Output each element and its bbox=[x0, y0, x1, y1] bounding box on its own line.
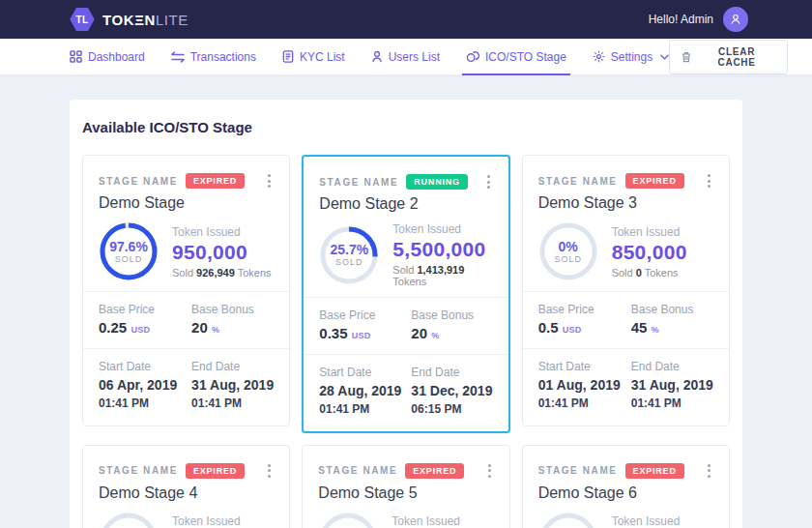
end-date-label: End Date bbox=[631, 360, 713, 373]
stages-panel: Available ICO/STO Stage STAGE NAME EXPIR… bbox=[70, 100, 742, 528]
tokens-word: Tokens bbox=[645, 267, 679, 279]
stage-card[interactable]: STAGE NAME EXPIRED Demo Stage 97.6% SOLD… bbox=[82, 155, 290, 426]
start-date-value: 06 Apr, 2019 01:41 PM bbox=[99, 376, 186, 412]
base-price-value: 0.25 USD bbox=[99, 319, 186, 336]
nav-item-users-list[interactable]: Users List bbox=[371, 39, 440, 74]
card-menu-button[interactable] bbox=[265, 461, 274, 481]
token-issued-label: Token Issued bbox=[172, 225, 272, 239]
page-content: Available ICO/STO Stage STAGE NAME EXPIR… bbox=[0, 75, 812, 528]
sold-percent: 97.6% bbox=[109, 239, 148, 254]
card-menu-button[interactable] bbox=[485, 461, 494, 481]
bonus-unit: % bbox=[212, 325, 219, 335]
sold-progress-ring: 0% SOLD bbox=[538, 512, 598, 528]
nav-item-ico-sto-stage[interactable]: ICO/STO Stage bbox=[466, 39, 566, 74]
base-price-value: 0.35 USD bbox=[319, 325, 405, 341]
stage-title: Demo Stage 3 bbox=[538, 194, 713, 212]
stage-card[interactable]: STAGE NAME EXPIRED Demo Stage 5 0% SOLD … bbox=[302, 445, 509, 528]
price-unit: USD bbox=[130, 325, 150, 335]
token-issued-label: Token Issued bbox=[392, 514, 467, 528]
nav-item-label: Settings bbox=[611, 50, 652, 64]
brand-wordmark-light: LITE bbox=[156, 12, 188, 28]
end-time-value: 01:41 PM bbox=[631, 396, 682, 410]
stage-title: Demo Stage 5 bbox=[318, 484, 493, 502]
card-menu-button[interactable] bbox=[705, 171, 713, 191]
stage-title: Demo Stage 4 bbox=[99, 484, 274, 502]
base-price-label: Base Price bbox=[319, 308, 405, 322]
brand-logo[interactable]: TL TOKΞNLITE bbox=[70, 7, 188, 32]
nav-item-label: ICO/STO Stage bbox=[485, 50, 566, 64]
tokens-word: Tokens bbox=[238, 267, 272, 279]
end-date-value: 31 Aug, 2019 01:41 PM bbox=[631, 376, 713, 412]
stage-cards-grid: STAGE NAME EXPIRED Demo Stage 97.6% SOLD… bbox=[82, 155, 730, 528]
sold-caption: SOLD bbox=[554, 254, 582, 264]
end-date-label: End Date bbox=[191, 360, 274, 373]
end-date-value: 31 Dec, 2019 06:15 PM bbox=[411, 382, 492, 418]
end-date-value: 31 Aug, 2019 01:41 PM bbox=[191, 376, 274, 412]
token-issued-amount: 5,500,000 bbox=[392, 238, 492, 261]
nav-item-label: Transactions bbox=[190, 50, 256, 64]
sold-caption: SOLD bbox=[335, 257, 363, 267]
stage-name-label: STAGE NAME bbox=[319, 177, 398, 188]
nav-item-label: KYC List bbox=[300, 50, 345, 64]
stage-name-label: STAGE NAME bbox=[99, 465, 178, 476]
nav-item-dashboard[interactable]: Dashboard bbox=[70, 39, 145, 74]
token-issued-label: Token Issued bbox=[612, 514, 687, 528]
stage-status-badge: EXPIRED bbox=[625, 173, 684, 189]
sold-word: Sold bbox=[172, 267, 193, 279]
sold-percent: 25.7% bbox=[330, 242, 368, 257]
base-bonus-value: 45 % bbox=[631, 319, 713, 336]
stage-status-badge: EXPIRED bbox=[186, 173, 245, 189]
sold-progress-ring: 97.6% SOLD bbox=[99, 221, 159, 281]
app-header: TL TOKΞNLITE Hello! Admin bbox=[0, 0, 812, 39]
base-price-value: 0.5 USD bbox=[538, 319, 625, 336]
list-icon bbox=[282, 50, 294, 63]
brand-logo-icon: TL bbox=[70, 7, 95, 32]
sold-amount: 926,949 bbox=[196, 267, 235, 279]
greeting-text: Hello! Admin bbox=[649, 13, 713, 26]
sold-progress-ring: 25.7% SOLD bbox=[319, 225, 379, 285]
stage-card[interactable]: STAGE NAME EXPIRED Demo Stage 3 0% SOLD … bbox=[522, 155, 730, 426]
page-title: Available ICO/STO Stage bbox=[82, 119, 730, 135]
grid-icon bbox=[70, 50, 82, 63]
stage-name-label: STAGE NAME bbox=[538, 176, 618, 187]
stage-status-badge: RUNNING bbox=[406, 174, 468, 190]
nav-item-settings[interactable]: Settings bbox=[593, 39, 669, 74]
bonus-unit: % bbox=[652, 325, 659, 335]
sold-progress-ring: 0% SOLD bbox=[318, 512, 378, 528]
stage-status-badge: EXPIRED bbox=[186, 463, 245, 479]
stage-card[interactable]: STAGE NAME RUNNING Demo Stage 2 25.7% SO… bbox=[302, 155, 509, 433]
end-time-value: 01:41 PM bbox=[191, 396, 242, 410]
sold-tokens-line: Sold 1,413,919 Tokens bbox=[392, 264, 492, 287]
stage-card[interactable]: STAGE NAME EXPIRED Demo Stage 6 0% SOLD … bbox=[522, 445, 730, 528]
brand-wordmark-bold: TOKΞN bbox=[102, 12, 156, 28]
sold-word: Sold bbox=[612, 267, 633, 279]
user-icon bbox=[729, 13, 742, 26]
token-issued-label: Token Issued bbox=[612, 225, 687, 239]
base-bonus-label: Base Bonus bbox=[411, 308, 492, 322]
nav-list: DashboardTransactionsKYC ListUsers ListI… bbox=[70, 39, 669, 74]
sold-percent: 0% bbox=[559, 239, 578, 254]
bonus-unit: % bbox=[431, 331, 439, 340]
stage-name-label: STAGE NAME bbox=[99, 176, 178, 187]
stage-card[interactable]: STAGE NAME EXPIRED Demo Stage 4 0% SOLD … bbox=[82, 445, 290, 528]
price-unit: USD bbox=[563, 325, 582, 335]
nav-item-transactions[interactable]: Transactions bbox=[171, 39, 256, 74]
tokens-word: Tokens bbox=[392, 276, 426, 287]
start-date-value: 28 Aug, 2019 01:41 PM bbox=[319, 382, 405, 418]
stage-name-label: STAGE NAME bbox=[538, 465, 618, 476]
base-bonus-value: 20 % bbox=[411, 325, 492, 341]
users-icon bbox=[371, 50, 383, 63]
sold-amount: 1,413,919 bbox=[417, 264, 464, 276]
clear-cache-button[interactable]: CLEAR CACHE bbox=[669, 40, 788, 74]
end-time-value: 06:15 PM bbox=[411, 402, 461, 416]
token-issued-amount: 850,000 bbox=[612, 241, 687, 264]
end-date-label: End Date bbox=[411, 366, 492, 379]
nav-item-label: Users List bbox=[389, 50, 440, 64]
nav-item-kyc-list[interactable]: KYC List bbox=[282, 39, 345, 74]
card-menu-button[interactable] bbox=[265, 171, 274, 191]
sold-progress-ring: 0% SOLD bbox=[538, 221, 598, 281]
card-menu-button[interactable] bbox=[705, 461, 713, 481]
card-menu-button[interactable] bbox=[484, 172, 493, 191]
user-avatar[interactable] bbox=[723, 7, 748, 32]
stage-status-badge: EXPIRED bbox=[625, 463, 684, 479]
